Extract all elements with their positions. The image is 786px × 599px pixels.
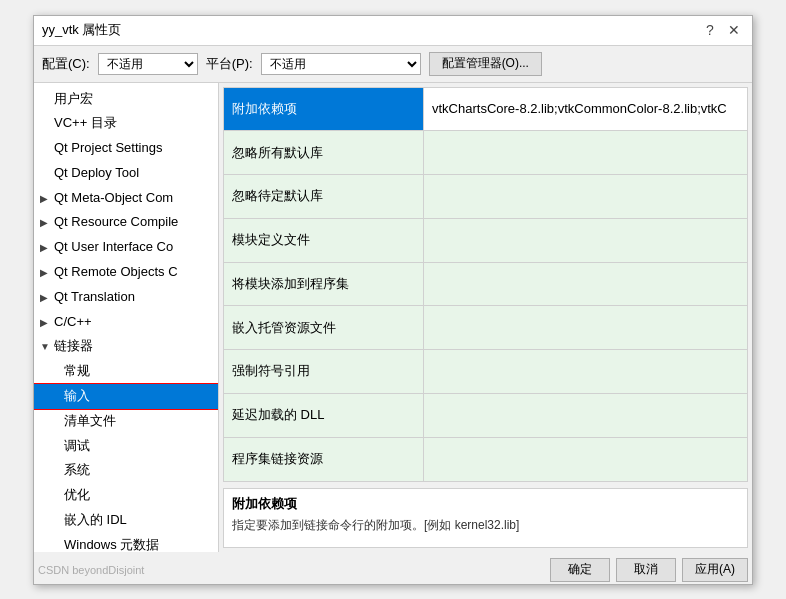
property-name-2: 忽略待定默认库 — [224, 175, 424, 219]
tree-item-qt-meta[interactable]: ▶ Qt Meta-Object Com — [34, 186, 218, 211]
tree-item-input[interactable]: 输入 — [34, 384, 218, 409]
property-name-7: 延迟加载的 DLL — [224, 393, 424, 437]
property-row-5[interactable]: 嵌入托管资源文件 — [224, 306, 748, 350]
property-row-4[interactable]: 将模块添加到程序集 — [224, 262, 748, 306]
config-label: 配置(C): — [42, 55, 90, 73]
button-row: CSDN beyondDisjoint 确定 取消 应用(A) — [34, 552, 752, 584]
property-row-2[interactable]: 忽略待定默认库 — [224, 175, 748, 219]
tree-item-qt-remote[interactable]: ▶ Qt Remote Objects C — [34, 260, 218, 285]
property-row-1[interactable]: 忽略所有默认库 — [224, 131, 748, 175]
tree-item-system[interactable]: 系统 — [34, 458, 218, 483]
property-row-8[interactable]: 程序集链接资源 — [224, 437, 748, 481]
tree-item-debug[interactable]: 调试 — [34, 434, 218, 459]
tree-item-vcpp-dirs[interactable]: VC++ 目录 — [34, 111, 218, 136]
description-text: 指定要添加到链接命令行的附加项。[例如 kernel32.lib] — [232, 517, 739, 534]
watermark: CSDN beyondDisjoint — [38, 564, 144, 576]
property-value-2[interactable] — [424, 175, 748, 219]
ok-button[interactable]: 确定 — [550, 558, 610, 582]
property-value-6[interactable] — [424, 350, 748, 394]
tree-item-qt-translation[interactable]: ▶ Qt Translation — [34, 285, 218, 310]
description-title: 附加依赖项 — [232, 495, 739, 513]
tree-item-user-macros[interactable]: 用户宏 — [34, 87, 218, 112]
platform-label: 平台(P): — [206, 55, 253, 73]
tree-item-general[interactable]: 常规 — [34, 359, 218, 384]
property-value-8[interactable] — [424, 437, 748, 481]
property-value-5[interactable] — [424, 306, 748, 350]
config-manager-button[interactable]: 配置管理器(O)... — [429, 52, 542, 76]
property-value-3[interactable] — [424, 218, 748, 262]
tree-item-optimize[interactable]: 优化 — [34, 483, 218, 508]
tree-item-qt-deploy[interactable]: Qt Deploy Tool — [34, 161, 218, 186]
toolbar: 配置(C): 不适用 平台(P): 不适用 配置管理器(O)... — [34, 46, 752, 83]
tree-item-idl[interactable]: 嵌入的 IDL — [34, 508, 218, 533]
property-name-5: 嵌入托管资源文件 — [224, 306, 424, 350]
property-name-1: 忽略所有默认库 — [224, 131, 424, 175]
property-value-4[interactable] — [424, 262, 748, 306]
dialog-window: yy_vtk 属性页 ? ✕ 配置(C): 不适用 平台(P): 不适用 配置管… — [33, 15, 753, 585]
help-button[interactable]: ? — [700, 20, 720, 40]
tree-item-linker[interactable]: ▼ 链接器 — [34, 334, 218, 359]
left-tree-panel: 用户宏VC++ 目录Qt Project SettingsQt Deploy T… — [34, 83, 219, 552]
description-box: 附加依赖项 指定要添加到链接命令行的附加项。[例如 kernel32.lib] — [223, 488, 748, 548]
property-name-4: 将模块添加到程序集 — [224, 262, 424, 306]
tree-item-qt-project[interactable]: Qt Project Settings — [34, 136, 218, 161]
properties-table: 附加依赖项vtkChartsCore-8.2.lib;vtkCommonColo… — [223, 87, 748, 482]
title-bar: yy_vtk 属性页 ? ✕ — [34, 16, 752, 46]
tree-item-qt-ui[interactable]: ▶ Qt User Interface Co — [34, 235, 218, 260]
property-row-7[interactable]: 延迟加载的 DLL — [224, 393, 748, 437]
close-button[interactable]: ✕ — [724, 20, 744, 40]
title-buttons: ? ✕ — [700, 20, 744, 40]
property-row-0[interactable]: 附加依赖项vtkChartsCore-8.2.lib;vtkCommonColo… — [224, 87, 748, 131]
property-name-8: 程序集链接资源 — [224, 437, 424, 481]
apply-button[interactable]: 应用(A) — [682, 558, 748, 582]
property-row-3[interactable]: 模块定义文件 — [224, 218, 748, 262]
property-value-1[interactable] — [424, 131, 748, 175]
property-name-3: 模块定义文件 — [224, 218, 424, 262]
tree-item-windows-meta[interactable]: Windows 元数据 — [34, 533, 218, 552]
platform-select[interactable]: 不适用 — [261, 53, 421, 75]
tree-item-manifest[interactable]: 清单文件 — [34, 409, 218, 434]
property-name-0: 附加依赖项 — [224, 87, 424, 131]
property-row-6[interactable]: 强制符号引用 — [224, 350, 748, 394]
right-panel: 附加依赖项vtkChartsCore-8.2.lib;vtkCommonColo… — [219, 83, 752, 552]
tree-item-qt-resource[interactable]: ▶ Qt Resource Compile — [34, 210, 218, 235]
cancel-button[interactable]: 取消 — [616, 558, 676, 582]
tree-item-cpp[interactable]: ▶ C/C++ — [34, 310, 218, 335]
property-value-7[interactable] — [424, 393, 748, 437]
property-value-0[interactable]: vtkChartsCore-8.2.lib;vtkCommonColor-8.2… — [424, 87, 748, 131]
config-select[interactable]: 不适用 — [98, 53, 198, 75]
property-name-6: 强制符号引用 — [224, 350, 424, 394]
dialog-title: yy_vtk 属性页 — [42, 21, 121, 39]
content-area: 用户宏VC++ 目录Qt Project SettingsQt Deploy T… — [34, 83, 752, 552]
